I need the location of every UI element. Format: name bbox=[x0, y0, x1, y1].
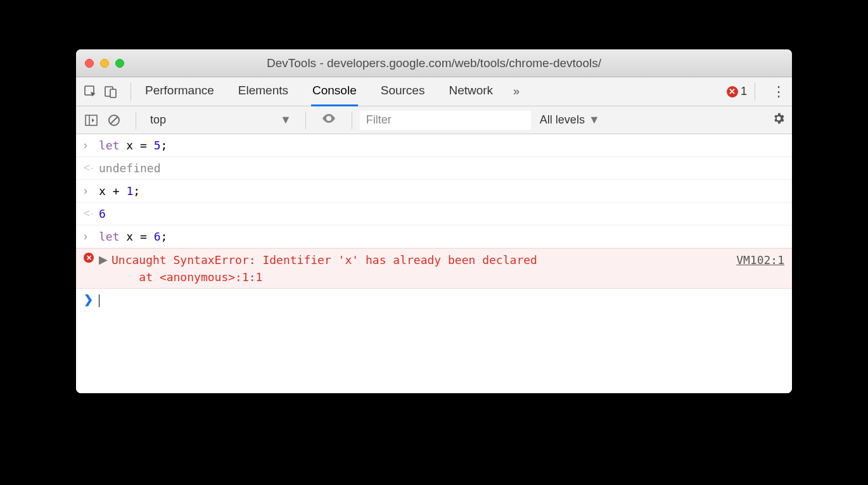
traffic-lights bbox=[85, 59, 124, 68]
filter-input[interactable] bbox=[360, 111, 531, 130]
console-input-row: ›x + 1; bbox=[76, 180, 792, 203]
code-content: undefined bbox=[99, 160, 784, 177]
tab-elements[interactable]: Elements bbox=[237, 77, 290, 106]
inspect-element-icon[interactable] bbox=[82, 84, 99, 100]
error-source-link[interactable]: VM102:1 bbox=[724, 251, 784, 268]
tabbar: Performance Elements Console Sources Net… bbox=[76, 77, 792, 106]
tab-sources[interactable]: Sources bbox=[380, 77, 426, 106]
prompt-chevron-icon: ❯ bbox=[84, 291, 99, 308]
console-input-row: ›let x = 6; bbox=[76, 225, 792, 248]
panel-tabs: Performance Elements Console Sources Net… bbox=[144, 77, 494, 106]
execution-context-selector[interactable]: top ▼ bbox=[144, 113, 298, 127]
divider bbox=[136, 111, 136, 129]
devtools-window: DevTools - developers.google.com/web/too… bbox=[76, 49, 792, 393]
error-icon: ✕ bbox=[84, 253, 94, 263]
error-icon: ✕ bbox=[727, 86, 738, 98]
error-count: 1 bbox=[741, 85, 747, 98]
svg-rect-3 bbox=[86, 115, 97, 125]
code-content: x + 1; bbox=[99, 182, 784, 199]
minimize-window-button[interactable] bbox=[100, 59, 109, 68]
chevron-down-icon: ▼ bbox=[589, 113, 600, 127]
svg-point-7 bbox=[328, 117, 330, 120]
input-chevron-icon: › bbox=[84, 137, 99, 154]
divider bbox=[352, 111, 352, 129]
error-message: Uncaught SyntaxError: Identifier 'x' has… bbox=[112, 251, 724, 286]
live-expression-icon[interactable] bbox=[321, 111, 336, 129]
divider bbox=[305, 111, 306, 129]
maximize-window-button[interactable] bbox=[115, 59, 124, 68]
console-error-row[interactable]: ✕ ▶ Uncaught SyntaxError: Identifier 'x'… bbox=[76, 248, 792, 289]
chevron-down-icon: ▼ bbox=[280, 113, 291, 127]
text-cursor bbox=[99, 294, 99, 307]
console-output[interactable]: ›let x = 5;<·undefined›x + 1;<·6›let x =… bbox=[76, 134, 792, 393]
console-toolbar: top ▼ All levels ▼ bbox=[76, 106, 792, 134]
divider bbox=[131, 83, 131, 101]
console-output-row: <·undefined bbox=[76, 157, 792, 180]
toggle-sidebar-icon[interactable] bbox=[82, 111, 100, 129]
close-window-button[interactable] bbox=[85, 59, 94, 68]
context-label: top bbox=[150, 113, 166, 127]
log-levels-selector[interactable]: All levels ▼ bbox=[540, 113, 600, 127]
more-options-icon[interactable]: ⋮ bbox=[772, 84, 786, 100]
more-tabs-icon[interactable]: » bbox=[513, 85, 520, 98]
console-input-row: ›let x = 5; bbox=[76, 134, 792, 157]
code-content: let x = 6; bbox=[99, 228, 784, 245]
settings-icon[interactable] bbox=[772, 111, 786, 129]
divider bbox=[755, 83, 755, 101]
svg-line-6 bbox=[111, 117, 118, 123]
output-chevron-icon: <· bbox=[84, 160, 99, 177]
input-chevron-icon: › bbox=[84, 228, 99, 245]
code-content: let x = 5; bbox=[99, 137, 784, 154]
tab-network[interactable]: Network bbox=[447, 77, 494, 106]
tab-console[interactable]: Console bbox=[311, 77, 358, 106]
console-output-row: <·6 bbox=[76, 203, 792, 225]
titlebar: DevTools - developers.google.com/web/too… bbox=[76, 49, 792, 77]
clear-console-icon[interactable] bbox=[105, 111, 123, 129]
levels-label: All levels bbox=[540, 113, 585, 127]
error-counter[interactable]: ✕ 1 bbox=[727, 85, 747, 98]
expand-triangle-icon[interactable]: ▶ bbox=[99, 251, 108, 268]
console-prompt[interactable]: ❯ bbox=[76, 289, 792, 311]
tab-performance[interactable]: Performance bbox=[144, 77, 215, 106]
output-chevron-icon: <· bbox=[84, 205, 99, 222]
input-chevron-icon: › bbox=[84, 182, 99, 199]
svg-rect-2 bbox=[110, 89, 116, 98]
window-title: DevTools - developers.google.com/web/too… bbox=[76, 56, 792, 70]
device-toggle-icon[interactable] bbox=[103, 84, 119, 100]
code-content: 6 bbox=[99, 205, 784, 222]
